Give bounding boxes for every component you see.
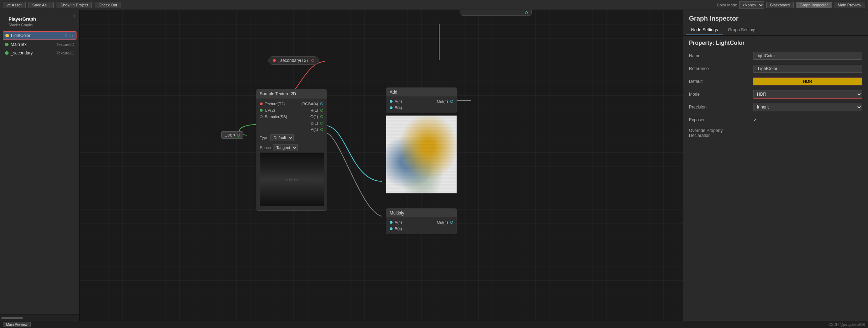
port-texture-in[interactable] — [260, 102, 263, 105]
multiply-node-header: Multiply — [386, 209, 457, 217]
port-rgba-out[interactable] — [320, 102, 323, 105]
color-mode-select[interactable]: <None> — [739, 1, 764, 9]
mode-select[interactable]: HDR Default Linear — [753, 90, 862, 99]
port-b-out[interactable] — [320, 122, 323, 125]
type-select[interactable]: Default — [270, 134, 294, 141]
multiply-port-b: B(4) — [386, 226, 457, 232]
port-row-uv: UV(2) R(1) — [256, 107, 327, 113]
type-row: Type Default — [256, 133, 327, 143]
port-rgba-label: RGBA(4) — [302, 102, 318, 106]
secondary-node-output-port — [311, 59, 314, 62]
property-default-row: Default — [689, 77, 862, 86]
main-preview-button[interactable]: Main Preview — [3, 322, 31, 327]
sample-texture-header: Sample Texture 2D — [256, 89, 327, 99]
maintex-name: MainTex — [11, 42, 27, 47]
uv0-label: UV0 — [225, 133, 232, 137]
port-a-out[interactable] — [320, 128, 323, 131]
sidebar-add-button[interactable]: + — [73, 13, 76, 19]
name-input[interactable] — [753, 52, 862, 60]
lightcolor-name: LightColor — [11, 33, 31, 38]
show-in-project-button[interactable]: Show In Project — [57, 2, 92, 8]
main-preview-tab[interactable]: Main Preview — [834, 2, 865, 8]
space-row: Space Tangent — [256, 143, 327, 153]
property-mode-row: Mode HDR Default Linear — [689, 90, 862, 99]
port-a-label: A(1) — [311, 127, 318, 132]
sample-texture-node[interactable]: Sample Texture 2D Texture(T2) RGBA(4) — [256, 89, 327, 211]
multiply-out-port[interactable] — [450, 221, 453, 224]
partial-node-top-right — [461, 10, 532, 16]
uv0-node[interactable]: UV0 ▾ — [221, 131, 243, 139]
add-port-a-in[interactable] — [390, 100, 393, 103]
add-out-port[interactable] — [450, 100, 453, 103]
sidebar-item-left-2: _secondary — [5, 51, 33, 55]
reference-input[interactable] — [753, 65, 862, 73]
port-g-out[interactable] — [320, 115, 323, 118]
graph-inspector-tab[interactable]: Graph Inspector — [796, 2, 832, 8]
port-r-out[interactable] — [320, 109, 323, 112]
partial-node-port — [461, 10, 531, 15]
override-label: Override PropertyDeclaration — [689, 128, 753, 138]
add-out-label: Out(4) — [437, 99, 448, 104]
precision-label: Precision — [689, 105, 753, 110]
secondary-name: _secondary — [11, 51, 33, 55]
add-port-a: A(4) Out(4) — [386, 98, 457, 105]
sample-texture-title: Sample Texture 2D — [260, 91, 296, 96]
add-node-body: A(4) Out(4) B(4) — [386, 96, 457, 113]
port-b-label: B(1) — [311, 121, 318, 125]
reference-label: Reference — [689, 66, 753, 71]
port-sampler-in[interactable] — [260, 115, 263, 118]
property-name-row: Name — [689, 51, 862, 60]
default-input[interactable] — [753, 78, 862, 85]
secondary-type: Texture2D — [57, 51, 74, 55]
ve-asset-button[interactable]: ve Asset — [3, 2, 26, 8]
sidebar-item-maintex[interactable]: MainTex Texture2D — [3, 41, 77, 48]
space-select[interactable]: Tangent — [273, 144, 298, 151]
sidebar-header: PlayerGraph Shader Graphs + — [0, 10, 79, 30]
property-reference-row: Reference — [689, 64, 862, 73]
property-precision-row: Precision Inherit Half Single — [689, 102, 862, 112]
color-mode-label: Color Mode — [717, 3, 737, 7]
blackboard-tab[interactable]: Blackboard — [766, 2, 794, 8]
port-row-sampler: Sampler(SS) G(1) — [256, 113, 327, 120]
sidebar-item-secondary[interactable]: _secondary Texture2D — [3, 49, 77, 57]
csdn-label: CSDN @jiangdaxia886 — [828, 323, 865, 327]
add-node-header: Add — [386, 88, 457, 96]
mode-label: Mode — [689, 92, 753, 97]
lightcolor-dot — [5, 34, 9, 37]
main-layout: PlayerGraph Shader Graphs + LightColor C… — [0, 10, 868, 321]
canvas-grid — [80, 10, 683, 321]
add-port-b-in[interactable] — [390, 106, 393, 109]
secondary-node[interactable]: _secondary(T2) — [268, 56, 319, 65]
secondary-node-port — [273, 59, 276, 62]
port-texture-label: Texture(T2) — [265, 102, 285, 106]
maintex-type: Texture2D — [57, 42, 74, 47]
port-row-texture: Texture(T2) RGBA(4) — [256, 101, 327, 107]
port-row-b: B(1) — [256, 120, 327, 126]
multiply-port-a-in[interactable] — [390, 221, 393, 224]
lightcolor-type: Color — [65, 33, 74, 38]
port-row-a: A(1) — [256, 126, 327, 133]
multiply-port-a-label: A(4) — [395, 220, 402, 224]
save-as-button[interactable]: Save As... — [28, 2, 54, 8]
partial-node-out[interactable] — [525, 11, 528, 14]
multiply-port-b-label: B(4) — [395, 227, 402, 231]
sidebar-item-left-0: LightColor — [5, 33, 31, 38]
add-node[interactable]: Add A(4) Out(4) B(4) — [386, 88, 457, 113]
name-label: Name — [689, 53, 753, 58]
multiply-port-b-in[interactable] — [390, 227, 393, 230]
sample-texture-preview: preview — [260, 153, 324, 206]
maintex-dot — [5, 43, 9, 46]
multiply-node[interactable]: Multiply A(4) Out(4) B(4) — [386, 208, 457, 234]
port-sampler-label: Sampler(SS) — [265, 115, 287, 119]
sidebar-item-lightcolor[interactable]: LightColor Color — [3, 31, 77, 40]
sidebar-title: PlayerGraph — [4, 13, 40, 23]
canvas-area[interactable]: _secondary(T2) UV0 ▾ Sample Texture 2D T… — [80, 10, 683, 321]
precision-select[interactable]: Inherit Half Single — [753, 103, 862, 111]
node-settings-tab[interactable]: Node Settings — [686, 25, 723, 35]
type-label: Type — [260, 136, 268, 140]
sidebar-scroll[interactable] — [0, 314, 79, 321]
check-out-button[interactable]: Check Out — [95, 2, 121, 8]
graph-settings-tab[interactable]: Graph Settings — [723, 25, 761, 35]
port-uv-in[interactable] — [260, 109, 263, 112]
port-r-label: R(1) — [311, 108, 318, 112]
